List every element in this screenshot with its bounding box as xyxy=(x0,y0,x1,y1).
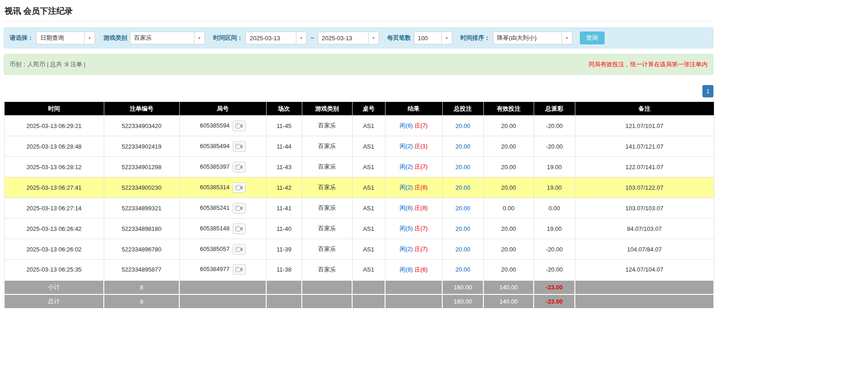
video-replay-button[interactable] xyxy=(233,224,246,234)
video-replay-button[interactable] xyxy=(233,121,246,131)
date-from-input[interactable] xyxy=(246,32,296,44)
cell-valid-bet: 20.00 xyxy=(483,136,534,157)
empty-cell xyxy=(302,294,352,309)
page-container: 视讯 会员下注纪录 请选择： ▼ 游戏类别 ▼ 时间区间： ▼ ~ ▼ 每页笔数… xyxy=(0,0,717,313)
currency-summary-text: 币别：人民币 | 总共 :8 注单 | xyxy=(10,60,86,69)
cell-result: 闲(2) 庄(1) xyxy=(385,136,442,157)
video-replay-button[interactable] xyxy=(233,141,246,152)
result-player: 闲(5) xyxy=(400,225,413,232)
cell-payout: -20.00 xyxy=(534,116,575,136)
query-type-input[interactable] xyxy=(36,32,84,44)
table-row: 2025-03-13 06:28:12 522334901298 6053853… xyxy=(4,157,714,177)
total-bet-link[interactable]: 20.00 xyxy=(455,143,471,150)
cell-session: 11-42 xyxy=(266,177,302,198)
cell-bet-id: 522334896780 xyxy=(104,239,179,260)
cell-game-type: 百家乐 xyxy=(302,136,352,157)
result-banker: 庄(7) xyxy=(414,122,428,129)
caret-down-icon[interactable]: ▼ xyxy=(194,32,205,44)
total-bet-link[interactable]: 20.00 xyxy=(455,266,471,273)
caret-down-icon[interactable]: ▼ xyxy=(84,32,95,44)
cell-bet-id: 522334901298 xyxy=(104,157,179,177)
cell-game-type: 百家乐 xyxy=(302,260,352,280)
subtotal-payout: -23.00 xyxy=(534,280,575,294)
sort-input[interactable] xyxy=(493,32,562,44)
cell-bet-id: 522334900230 xyxy=(104,177,179,198)
result-banker: 庄(1) xyxy=(414,143,428,149)
cell-table-no: AS1 xyxy=(352,136,385,157)
cell-bet-id: 522334902419 xyxy=(104,136,179,157)
caret-down-icon[interactable]: ▼ xyxy=(562,32,573,44)
cell-total-bet: 20.00 xyxy=(442,177,483,198)
header-game-type: 游戏类别 xyxy=(302,102,352,116)
subtotal-valid-bet: 140.00 xyxy=(483,280,534,294)
cell-time: 2025-03-13 06:27:14 xyxy=(4,198,104,219)
table-row: 2025-03-13 06:27:14 522334899321 6053852… xyxy=(4,198,714,219)
total-payout: -23.00 xyxy=(534,294,575,309)
total-bet-link[interactable]: 20.00 xyxy=(455,164,471,171)
cell-table-no: AS1 xyxy=(352,177,385,198)
table-body: 2025-03-13 06:29:21 522334903420 6053855… xyxy=(4,116,714,280)
result-banker: 庄(7) xyxy=(414,225,428,232)
table-row: 2025-03-13 06:26:02 522334896780 6053850… xyxy=(4,239,714,260)
cell-total-bet: 20.00 xyxy=(442,239,483,260)
cell-valid-bet: 20.00 xyxy=(483,219,534,239)
table-row: 2025-03-13 06:27:41 522334900230 6053853… xyxy=(4,177,714,198)
caret-down-icon[interactable]: ▼ xyxy=(296,32,307,44)
cell-remark: 122.07/141.07 xyxy=(575,157,714,177)
game-type-input[interactable] xyxy=(130,32,194,44)
caret-down-icon[interactable]: ▼ xyxy=(441,32,452,44)
cell-game-type: 百家乐 xyxy=(302,177,352,198)
round-id-text: 605385494 xyxy=(200,142,230,149)
cell-table-no: AS1 xyxy=(352,157,385,177)
cell-round-id: 605385397 xyxy=(179,157,266,177)
page-size-input[interactable] xyxy=(414,32,441,44)
caret-down-icon[interactable]: ▼ xyxy=(368,32,379,44)
result-banker: 庄(8) xyxy=(414,184,428,191)
empty-cell xyxy=(179,280,266,294)
table-row: 2025-03-13 06:29:21 522334903420 6053855… xyxy=(4,116,714,136)
cell-round-id: 605385148 xyxy=(179,219,266,239)
cell-session: 11-39 xyxy=(266,239,302,260)
date-to-input[interactable] xyxy=(318,32,368,44)
video-replay-button[interactable] xyxy=(233,182,246,193)
empty-cell xyxy=(266,294,302,309)
total-bet-link[interactable]: 20.00 xyxy=(455,184,471,191)
total-bet-link[interactable]: 20.00 xyxy=(455,123,471,129)
cell-remark: 124.07/104.07 xyxy=(575,260,714,280)
cell-bet-id: 522334903420 xyxy=(104,116,179,136)
result-banker: 庄(7) xyxy=(414,163,428,170)
cell-time: 2025-03-13 06:26:02 xyxy=(4,239,104,260)
page-number-button[interactable]: 1 xyxy=(702,85,713,97)
cell-remark: 103.07/122.07 xyxy=(575,177,714,198)
cell-result: 闲(2) 庄(7) xyxy=(385,157,442,177)
cell-payout: -20.00 xyxy=(534,260,575,280)
total-total-bet: 160.00 xyxy=(442,294,483,309)
empty-cell xyxy=(266,280,302,294)
cell-round-id: 605385494 xyxy=(179,136,266,157)
query-button[interactable]: 查询 xyxy=(580,32,605,44)
total-bet-link[interactable]: 20.00 xyxy=(455,205,471,212)
video-replay-button[interactable] xyxy=(233,203,246,213)
cell-payout: 19.00 xyxy=(534,177,575,198)
pagination: 1 xyxy=(4,85,713,97)
video-replay-button[interactable] xyxy=(233,264,246,275)
header-total-bet: 总投注 xyxy=(442,102,483,116)
range-separator: ~ xyxy=(311,35,314,42)
video-camera-icon xyxy=(236,226,243,232)
summary-bar: 币别：人民币 | 总共 :8 注单 | 同局有效投注，统一计算在该局第一张注单内 xyxy=(4,54,713,75)
header-bet-id: 注单编号 xyxy=(104,102,179,116)
cell-payout: 19.00 xyxy=(534,219,575,239)
total-bet-link[interactable]: 20.00 xyxy=(455,246,471,253)
video-replay-button[interactable] xyxy=(233,244,246,255)
notice-text: 同局有效投注，统一计算在该局第一张注单内 xyxy=(589,60,707,69)
cell-game-type: 百家乐 xyxy=(302,116,352,136)
round-id-text: 605385314 xyxy=(200,183,230,190)
cell-result: 闲(2) 庄(8) xyxy=(385,177,442,198)
total-bet-link[interactable]: 20.00 xyxy=(455,225,471,232)
video-camera-icon xyxy=(236,123,243,129)
date-from-combobox: ▼ xyxy=(246,32,307,44)
header-result: 结果 xyxy=(385,102,442,116)
cell-round-id: 605385057 xyxy=(179,239,266,260)
video-replay-button[interactable] xyxy=(233,162,246,172)
cell-total-bet: 20.00 xyxy=(442,157,483,177)
